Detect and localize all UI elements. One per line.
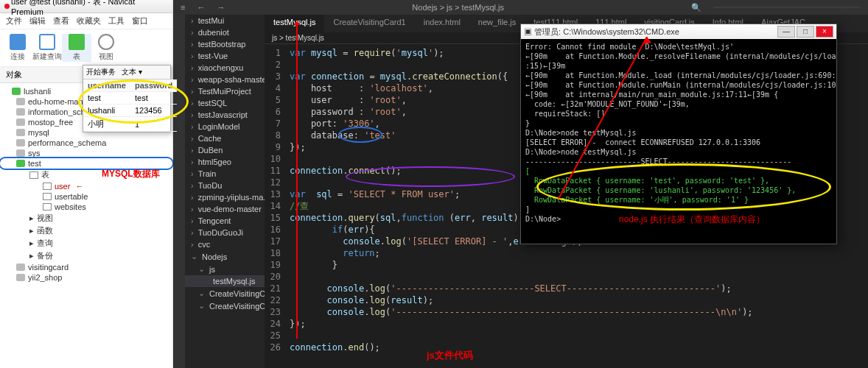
db-icon xyxy=(16,160,25,167)
table-button[interactable]: 表 xyxy=(62,34,91,62)
file-tree-item[interactable]: Nodejs xyxy=(185,250,265,263)
table-websites[interactable]: websites xyxy=(0,202,172,212)
connection-icon xyxy=(12,88,21,95)
file-tree-item[interactable]: Tengcent xyxy=(185,215,265,227)
annotation-node: node.js 执行结果（查询数据库内容） xyxy=(619,213,765,226)
connect-icon xyxy=(10,34,26,50)
db-icon xyxy=(16,118,25,126)
cmd-window[interactable]: ▣ 管理员: C:\Windows\system32\CMD.exe — □ ×… xyxy=(520,24,837,244)
table-row: 小明1 xyxy=(83,117,177,132)
file-tree-item[interactable]: testMysql.js xyxy=(185,275,265,287)
begin-trans-button[interactable]: 开始事务 xyxy=(86,68,116,76)
table-usertable[interactable]: usertable xyxy=(0,191,172,202)
minimize-button[interactable]: — xyxy=(777,26,795,38)
maximize-button[interactable]: □ xyxy=(797,26,814,38)
db-item[interactable]: yii2_shop xyxy=(0,272,172,283)
search-icon[interactable]: 🔍 xyxy=(691,3,701,13)
view-button[interactable]: 视图 xyxy=(91,34,121,62)
navicat-titlebar[interactable]: user @test (lushanli) - 表 - Navicat Prem… xyxy=(0,0,172,13)
hamburger-icon[interactable]: ≡ xyxy=(181,3,185,12)
editor-tab[interactable]: CreateVisitingCard1 xyxy=(324,15,414,32)
file-tree-item[interactable]: testBootstrap xyxy=(185,38,265,50)
tab-objects[interactable]: 对象 xyxy=(6,69,22,80)
vscode-titlebar[interactable]: ≡ ← → Nodejs > js > testMysql.js 🔍 xyxy=(173,0,868,15)
editor-tab[interactable]: testMysql.js xyxy=(265,15,324,32)
cmd-output[interactable]: Error: Cannot find module 'D:\Node\testM… xyxy=(521,39,836,227)
fx-folder[interactable]: ▸ 函数 xyxy=(0,224,172,237)
table-icon xyxy=(43,193,52,200)
file-tree-item[interactable]: TuoDu xyxy=(185,180,265,191)
connect-button[interactable]: 连接 xyxy=(3,34,32,62)
menu-edit[interactable]: 编辑 xyxy=(29,15,46,26)
toolbar: 连接 新建查询 表 视图 xyxy=(0,29,172,67)
col-password[interactable]: password xyxy=(130,79,177,92)
file-tree-item[interactable]: test-Vue xyxy=(185,50,265,62)
editor-tab[interactable]: index.html xyxy=(415,15,469,32)
file-tree-item[interactable]: testMui xyxy=(185,15,265,26)
annotation-mysql: MYSQL数据库 xyxy=(102,168,160,180)
fwd-icon[interactable]: → xyxy=(217,3,225,12)
annotation-js: js文件代码 xyxy=(427,349,473,362)
db-test[interactable]: test xyxy=(0,158,172,169)
db-icon xyxy=(16,108,25,116)
file-tree-item[interactable]: Train xyxy=(185,168,265,180)
menu-tools[interactable]: 工具 xyxy=(108,15,125,26)
new-query-icon xyxy=(39,34,55,50)
file-explorer: testMuidubeniottestBootstraptest-Vuexiao… xyxy=(185,15,265,368)
file-tree-item[interactable]: TuoDuGuoJi xyxy=(185,227,265,238)
table-row: testtest xyxy=(83,92,177,105)
view-icon xyxy=(98,34,114,50)
navicat-window: user @test (lushanli) - 表 - Navicat Prem… xyxy=(0,0,173,368)
db-icon xyxy=(16,274,25,281)
file-tree-item[interactable]: CreateVisitingCard1 xyxy=(185,300,265,312)
query-folder[interactable]: ▸ 查询 xyxy=(0,237,172,250)
db-item[interactable]: visitingcard xyxy=(0,262,172,272)
file-tree-item[interactable]: CreateVisitingCard xyxy=(185,287,265,300)
file-tree-item[interactable]: weapp-ssha-master xyxy=(185,74,265,85)
new-query-button[interactable]: 新建查询 xyxy=(32,34,62,62)
menu-fav[interactable]: 收藏夹 xyxy=(77,15,101,26)
db-icon xyxy=(16,129,25,136)
back-icon[interactable]: ← xyxy=(197,3,205,12)
file-tree-item[interactable]: zpming-yiiplus-ma... xyxy=(185,191,265,203)
file-tree-item[interactable]: cvc xyxy=(185,238,265,250)
file-tree-item[interactable]: vue-demo-master xyxy=(185,203,265,215)
app-icon xyxy=(4,4,10,9)
file-tree-item[interactable]: TestMuiProject xyxy=(185,85,265,97)
table-icon xyxy=(43,203,52,210)
data-grid[interactable]: usernamepassword testtest lushanli123456… xyxy=(83,79,177,132)
db-item[interactable]: sys xyxy=(0,148,172,158)
file-tree-item[interactable]: html5geo xyxy=(185,156,265,168)
col-username[interactable]: username xyxy=(83,79,130,92)
file-tree-item[interactable]: xiaochengxu xyxy=(185,62,265,74)
text-dropdown[interactable]: 文本 ▾ xyxy=(122,68,142,76)
views-folder[interactable]: ▸ 视图 xyxy=(0,212,172,224)
close-button[interactable]: × xyxy=(816,26,833,38)
file-tree-item[interactable]: testSQL xyxy=(185,97,265,109)
menu-view[interactable]: 查看 xyxy=(53,15,69,26)
table-user[interactable]: user ← xyxy=(0,181,172,191)
file-tree-item[interactable]: DuBen xyxy=(185,144,265,156)
table-row: lushanli123456 xyxy=(83,105,177,117)
cmd-titlebar[interactable]: ▣ 管理员: C:\Windows\system32\CMD.exe — □ × xyxy=(521,24,836,39)
menu-window[interactable]: 窗口 xyxy=(132,15,148,26)
menu-file[interactable]: 文件 xyxy=(6,15,22,26)
file-tree-item[interactable]: testJavascript xyxy=(185,109,265,121)
table-icon xyxy=(43,183,52,190)
editor-tab[interactable]: new_file.js xyxy=(469,15,525,32)
search-input[interactable] xyxy=(713,7,861,8)
table-icon xyxy=(69,34,85,50)
db-item[interactable]: performance_schema xyxy=(0,138,172,148)
file-tree-item[interactable]: js xyxy=(185,263,265,275)
data-grid-window[interactable]: 开始事务 文本 ▾ usernamepassword testtest lush… xyxy=(83,65,171,132)
file-tree-item[interactable]: dubeniot xyxy=(185,26,265,38)
grid-toolbar: 开始事务 文本 ▾ xyxy=(83,66,170,79)
db-icon xyxy=(16,263,25,271)
file-tree-item[interactable]: LoginModel xyxy=(185,121,265,132)
breadcrumb[interactable]: Nodejs > js > testMysql.js xyxy=(237,3,679,12)
file-tree-item[interactable]: Cache xyxy=(185,132,265,144)
db-icon xyxy=(16,149,25,157)
backup-folder[interactable]: ▸ 备份 xyxy=(0,250,172,262)
activity-bar[interactable] xyxy=(173,15,185,368)
cmd-icon: ▣ xyxy=(524,27,532,36)
